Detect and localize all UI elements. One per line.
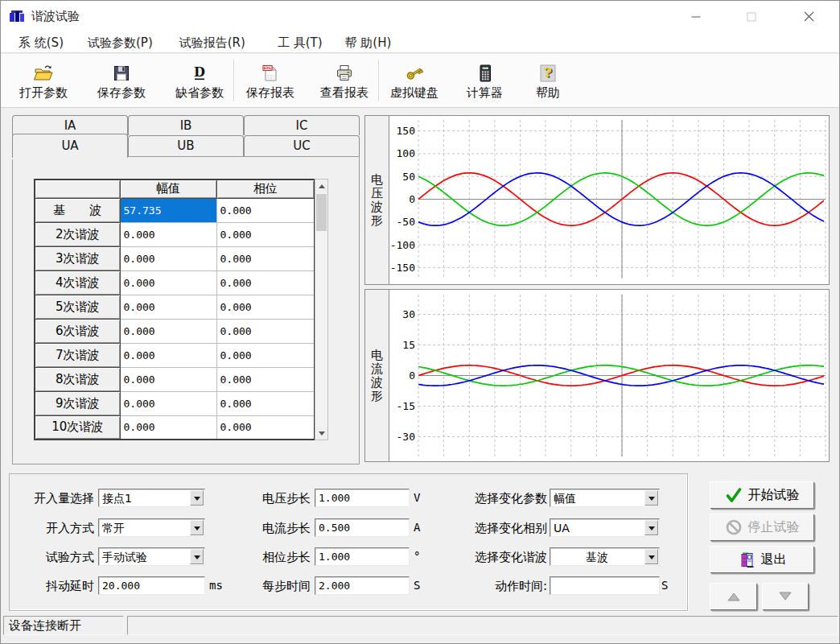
phase-cell[interactable]: 0.000 [216,295,315,319]
menu-item-2[interactable]: 试验报告(R) [179,35,245,51]
test-mode-label: 试验方式 [14,550,94,565]
table-scrollbar[interactable] [315,179,328,440]
phase-step-input[interactable]: 1.000 [315,547,410,566]
step-up-button[interactable] [710,583,757,610]
toolbar-button-question[interactable]: ??帮助 [534,60,562,101]
close-button[interactable] [790,5,827,29]
dropdown-button[interactable] [190,520,204,535]
phase-cell[interactable]: 0.000 [216,198,315,222]
jitter-delay-label: 抖动延时 [14,579,94,594]
connection-status: 设备连接断开 [3,616,124,635]
amplitude-cell[interactable]: 0.000 [120,319,216,343]
toolbar-button-key[interactable]: 虚拟键盘 [389,60,440,101]
default-d-icon: D [190,61,209,85]
voltage-step-input[interactable]: 1.000 [315,489,410,507]
input-value: 2.000 [319,580,350,592]
table-row: 5次谐波0.0000.000 [35,295,315,319]
voltage-waveform-label: 电压波形 [365,116,389,284]
tab-IA[interactable]: IA [12,115,128,135]
phase-cell[interactable]: 0.000 [216,367,315,391]
row-header[interactable]: 7次谐波 [35,343,120,367]
dropdown-button[interactable] [644,520,658,535]
amplitude-cell[interactable]: 0.000 [120,222,216,246]
input-value: 0.500 [319,522,350,534]
toolbar-button-default-d[interactable]: D缺省参数 [174,60,225,101]
selected-value: 接点1 [99,489,189,506]
input-mode-select[interactable]: 常开 [98,518,205,537]
row-header[interactable]: 5次谐波 [35,295,120,319]
row-header[interactable]: 6次谐波 [35,319,120,343]
toolbar-button-save-floppy[interactable]: 保存参数 [96,60,147,101]
row-header[interactable]: 4次谐波 [35,270,120,295]
action-time-input[interactable] [550,576,660,595]
amplitude-cell[interactable]: 0.000 [120,295,216,319]
table-row: 7次谐波0.0000.000 [35,343,315,367]
change-harmonic-select[interactable]: 基波 [550,547,660,566]
phase-cell[interactable]: 0.000 [216,270,315,295]
amplitude-cell[interactable]: 0.000 [120,415,216,440]
amplitude-cell[interactable]: 0.000 [120,246,216,270]
test-mode-select[interactable]: 手动试验 [98,547,205,566]
menu-item-3[interactable]: 工 具(T) [278,35,323,51]
toolbar-button-open-folder[interactable]: 打开参数 [18,60,69,101]
start-test-button[interactable]: 开始试验 [710,481,814,509]
change-phase-select[interactable]: UA [550,518,660,537]
exit-button[interactable]: 退出 [710,546,814,573]
step-down-button[interactable] [762,583,809,610]
tab-UA[interactable]: UA [12,134,128,158]
maximize-icon [747,10,756,25]
step-time-input[interactable]: 2.000 [315,576,410,595]
status-text: 设备连接断开 [9,618,81,634]
scroll-up-button[interactable] [315,180,327,192]
row-header[interactable]: 10次谐波 [35,415,120,440]
binary-input-select-select[interactable]: 接点1 [98,489,205,507]
amplitude-cell[interactable]: 0.000 [120,367,216,391]
stop-test-button[interactable]: 停止试验 [710,514,814,541]
amplitude-cell[interactable]: 0.000 [120,391,216,415]
row-header[interactable]: 3次谐波 [35,246,120,270]
maximize-button[interactable] [733,5,770,29]
phase-cell[interactable]: 0.000 [216,319,315,343]
menu-item-4[interactable]: 帮 助(H) [345,35,392,51]
harmonics-table: 幅值相位基 波57.7350.0002次谐波0.0000.0003次谐波0.00… [34,179,315,440]
jitter-delay-input[interactable]: 20.000 [98,576,205,595]
minimize-button[interactable] [677,5,714,29]
phase-cell[interactable]: 0.000 [216,246,315,270]
scrollbar-thumb[interactable] [316,194,327,231]
row-header[interactable]: 2次谐波 [35,222,120,246]
change-param-select[interactable]: 幅值 [550,489,660,507]
toolbar-button-excel-report[interactable]: EXL保存报表 [245,60,296,101]
current-step-input[interactable]: 0.500 [315,518,410,537]
input-mode-label: 开入方式 [14,521,94,536]
amplitude-cell[interactable]: 0.000 [120,270,216,295]
row-header[interactable]: 基 波 [35,198,120,222]
scroll-down-button[interactable] [315,427,327,440]
dropdown-button[interactable] [190,549,204,564]
phase-cell[interactable]: 0.000 [216,222,315,246]
change-param-label: 选择变化参数 [451,491,547,506]
tab-IC[interactable]: IC [244,115,360,135]
dropdown-button[interactable] [190,490,204,506]
dropdown-button[interactable] [644,549,658,564]
dropdown-button[interactable] [644,490,658,506]
phase-step-unit: ° [414,550,420,563]
row-header[interactable]: 9次谐波 [35,391,120,415]
minimize-icon [691,10,701,25]
phase-cell[interactable]: 0.000 [216,415,315,440]
amplitude-cell[interactable]: 57.735 [120,198,216,222]
toolbar-button-printer[interactable]: 查看报表 [319,60,370,101]
save-floppy-icon [112,61,131,85]
menu-item-0[interactable]: 系 统(S) [19,35,64,51]
input-value: 1.000 [319,492,350,504]
tab-UC[interactable]: UC [244,135,360,156]
amplitude-cell[interactable]: 0.000 [120,343,216,367]
phase-cell[interactable]: 0.000 [216,343,315,367]
toolbar-button-label: 保存报表 [246,85,294,101]
row-header[interactable]: 8次谐波 [35,367,120,391]
tab-IB[interactable]: IB [128,115,244,135]
tab-UB[interactable]: UB [128,135,244,156]
phase-cell[interactable]: 0.000 [216,391,315,415]
toolbar-button-calculator[interactable]: 计算器 [465,60,504,101]
menu-item-1[interactable]: 试验参数(P) [88,35,153,51]
chevron-down-icon [649,555,655,563]
